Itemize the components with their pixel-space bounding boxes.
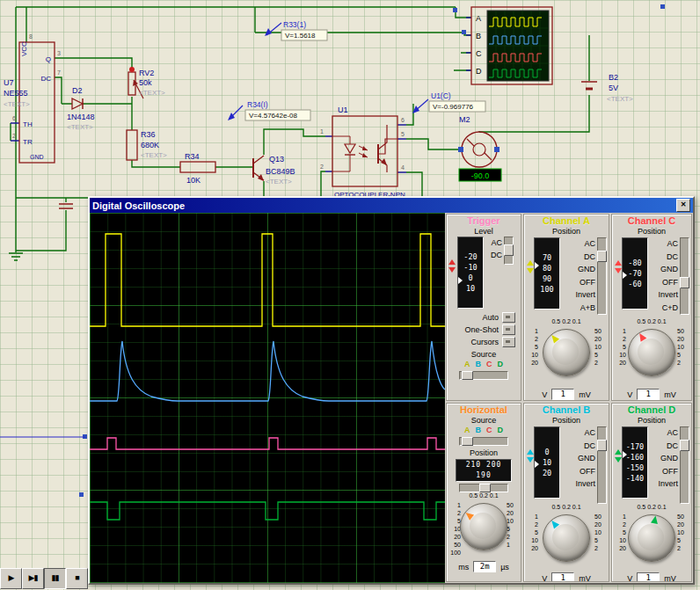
arrow-down-icon[interactable]	[615, 457, 622, 463]
knob-pointer-icon	[549, 333, 559, 344]
auto-button[interactable]	[502, 312, 515, 323]
r34-value: 10K	[186, 176, 201, 185]
knob-pointer-icon	[463, 510, 474, 521]
r36-value: 680K	[141, 141, 159, 149]
cursors-button[interactable]	[502, 337, 515, 347]
probe-U1C[interactable]: U1(C) V=-0.969776	[412, 91, 485, 113]
component-oscilloscope[interactable]: A B C D	[471, 7, 552, 84]
probe-R33[interactable]: R33(1) V=1.5618	[265, 20, 327, 40]
component-D2[interactable]: D2 1N4148 <TEXT>	[62, 86, 95, 131]
step-button[interactable]: ▶▮	[22, 568, 44, 589]
component-R36[interactable]: R36 680K <TEXT>	[127, 130, 167, 160]
knob-scale-top: 0.5 0.2 0.1	[524, 318, 609, 324]
slider-pointer-icon	[458, 277, 463, 284]
channel-b-coupling-slider[interactable]	[597, 426, 607, 504]
arrow-up-icon[interactable]	[615, 260, 622, 266]
u7-pin7-number: 7	[57, 69, 61, 76]
position-arrows[interactable]	[526, 449, 534, 463]
play-button[interactable]: ▶	[0, 568, 22, 589]
channel-b-gain-knob[interactable]	[543, 514, 590, 562]
arrow-down-icon[interactable]	[527, 268, 534, 273]
trigger-edge-icon[interactable]	[517, 240, 519, 265]
oneshot-button[interactable]	[502, 324, 515, 335]
position-arrows[interactable]	[526, 260, 534, 273]
u7-pin-q: Q	[46, 55, 51, 63]
trace-channel-a	[90, 234, 445, 326]
probe-r34-label: R34(I)	[247, 100, 268, 109]
timebase-knob[interactable]	[460, 503, 507, 550]
u7-value: NE555	[4, 89, 28, 98]
channel-d-gain-knob[interactable]	[628, 514, 675, 562]
probe-r34-value: V=4.57642e-08	[249, 112, 297, 120]
channel-a-coupling-slider[interactable]	[597, 237, 607, 315]
b2-text: <TEXT>	[607, 95, 633, 103]
u1-ref: U1	[338, 106, 348, 114]
component-U7[interactable]: VCC Q DC TH TR GND 8 3 7 6 2 U7 NE555 <T…	[4, 33, 61, 163]
source-d-label: D	[498, 426, 504, 435]
channel-b-position-slider[interactable]: 0 10 20	[534, 426, 560, 499]
timebase-display: 2m	[473, 561, 496, 572]
trigger-coupling-slider[interactable]	[504, 237, 514, 265]
motor-terminal-right	[494, 147, 499, 152]
horizontal-position-slider[interactable]	[459, 484, 508, 492]
simulation-toolbar: ▶ ▶▮ ▮▮ ■	[0, 568, 88, 588]
slider-pointer-icon	[623, 272, 627, 279]
component-RV2[interactable]: RV2 50k <TEXT>	[128, 67, 165, 98]
pause-button[interactable]: ▮▮	[44, 568, 66, 589]
arrow-up-icon[interactable]	[527, 260, 534, 266]
knob-scale-top: 0.5 0.2 0.1	[612, 504, 691, 510]
horizontal-position-label: Position	[447, 448, 521, 458]
probe-R34[interactable]: R34(I) V=4.57642e-08	[228, 100, 310, 120]
arrow-down-icon[interactable]	[448, 267, 456, 273]
component-U1[interactable]: U1 OPTOCOUPLER-NPN 1 2 6 5 4	[320, 106, 405, 199]
trace-channel-b	[90, 341, 445, 401]
channel-d-position-slider[interactable]: -170 -160 -150 -140	[622, 426, 648, 499]
channel-a-gain-knob[interactable]	[543, 329, 590, 376]
knob-pointer-icon	[637, 331, 647, 342]
scope-input-c: C	[476, 49, 482, 58]
channel-c-gain-knob[interactable]	[628, 329, 675, 376]
trigger-source-label: Source	[447, 350, 521, 360]
channel-c-position-slider[interactable]: -80 -70 -60	[622, 237, 648, 310]
source-a-label: A	[464, 426, 470, 435]
component-Q13[interactable]: Q13 BC849B <TEXT>	[253, 155, 295, 186]
b2-ref: B2	[609, 73, 618, 82]
channel-a-coupling-options: AC DC GND OFF Invert A+B	[575, 237, 595, 314]
level-arrows[interactable]	[448, 259, 456, 273]
horizontal-source-slider[interactable]	[459, 437, 508, 446]
position-arrows[interactable]	[614, 260, 622, 273]
arrow-up-icon[interactable]	[448, 259, 456, 265]
channel-c-coupling-slider[interactable]	[680, 237, 689, 315]
channel-d-coupling-options: AC DC GND OFF Invert	[658, 426, 678, 491]
probe-r33-value: V=1.5618	[285, 32, 316, 40]
proteus-workspace: VCC Q DC TH TR GND 8 3 7 6 2 U7 NE555 <T…	[0, 0, 700, 590]
unit-left-label: ms	[458, 563, 469, 572]
u7-pin8-number: 8	[29, 33, 33, 40]
arrow-down-icon[interactable]	[527, 457, 534, 463]
knob-scale-top: 0.5 0.2 0.1	[524, 504, 609, 510]
channel-a-position-slider[interactable]: 70 80 90 100	[534, 237, 560, 310]
source-c-label: C	[486, 360, 492, 369]
arrow-up-icon[interactable]	[527, 449, 534, 455]
position-arrows[interactable]	[614, 449, 622, 463]
component-M2[interactable]: M2 -90.0	[458, 115, 501, 181]
component-R34[interactable]: R34 10K	[180, 152, 215, 185]
source-b-label: B	[476, 360, 482, 369]
rv2-text: <TEXT>	[139, 89, 165, 97]
channel-a-scale-display: 1	[551, 389, 574, 400]
channel-d-coupling-slider[interactable]	[680, 426, 689, 504]
b2-value: 5V	[609, 84, 618, 92]
pot-wiper-dot	[129, 67, 135, 72]
capacitor[interactable]	[59, 204, 73, 208]
stop-button[interactable]: ■	[66, 568, 88, 589]
trigger-level-slider[interactable]: -20 -10 0 10	[457, 237, 484, 309]
trigger-source-slider[interactable]	[459, 371, 508, 380]
arrow-down-icon[interactable]	[615, 268, 622, 273]
rv2-ref: RV2	[139, 69, 154, 77]
probe-arrow-icon	[228, 113, 235, 120]
channel-d-scale-display: 1	[637, 572, 660, 582]
window-titlebar[interactable]: Digital Oscilloscope ✕	[90, 198, 693, 213]
source-b-label: B	[476, 426, 482, 435]
arrow-up-icon[interactable]	[615, 449, 622, 455]
close-button[interactable]: ✕	[676, 199, 690, 212]
